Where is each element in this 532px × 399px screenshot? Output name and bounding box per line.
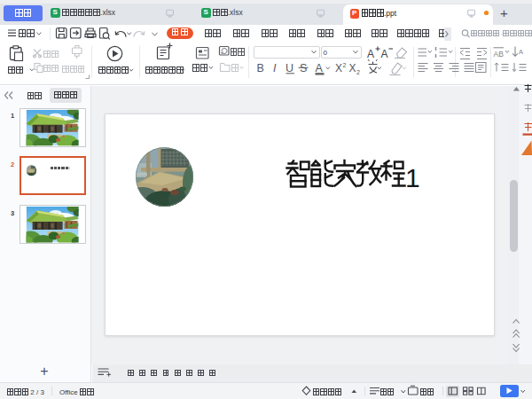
svg-text:A: A [519,48,523,56]
svg-text:2: 2 [356,69,360,75]
svg-text:A: A [316,62,324,74]
svg-text:X: X [349,62,356,74]
svg-text:X: X [335,62,342,74]
svg-text:AB: AB [494,50,505,59]
svg-text:A: A [381,48,388,60]
svg-text:A: A [367,48,374,60]
svg-text:S: S [300,62,307,74]
svg-text:I: I [273,62,277,74]
svg-text:U: U [286,62,293,74]
svg-text:2: 2 [343,62,347,68]
svg-text:B: B [257,62,264,74]
svg-text:1: 1 [405,163,420,192]
